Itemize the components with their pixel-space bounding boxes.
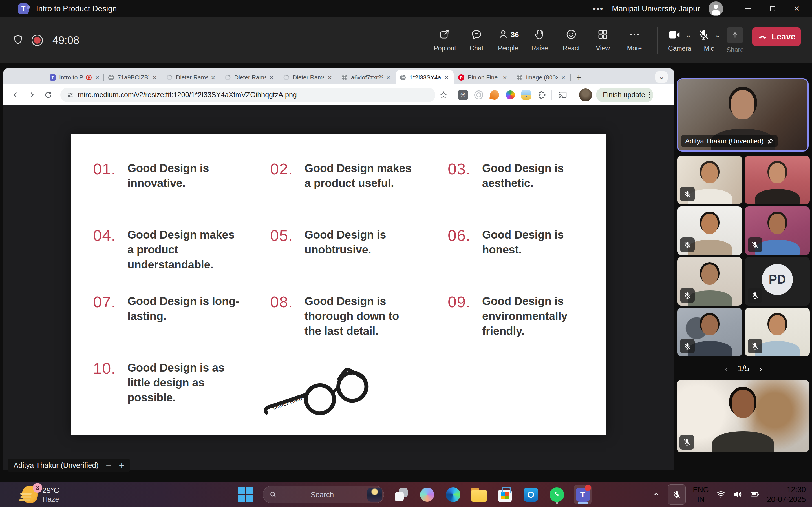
extension-icon[interactable] bbox=[504, 88, 517, 102]
address-bar[interactable]: miro.medium.com/v2/resize:fit:1200/1*2I3… bbox=[60, 88, 435, 102]
participant-tile[interactable] bbox=[745, 308, 810, 356]
chat-button[interactable]: Chat bbox=[461, 22, 492, 58]
volume-icon[interactable] bbox=[733, 490, 743, 500]
taskbar-outlook[interactable]: O bbox=[522, 485, 540, 504]
close-button[interactable]: ✕ bbox=[789, 3, 805, 15]
taskbar-search[interactable]: Search bbox=[263, 486, 384, 503]
pin-icon[interactable] bbox=[767, 138, 774, 145]
new-tab-button[interactable]: + bbox=[573, 72, 585, 83]
restore-button[interactable] bbox=[765, 3, 780, 15]
view-label: View bbox=[596, 45, 610, 52]
tab-close-icon[interactable]: × bbox=[560, 74, 566, 81]
mic-muted-button[interactable] bbox=[697, 28, 710, 42]
participant-tile[interactable] bbox=[745, 207, 810, 255]
extension-icon[interactable]: ✳ bbox=[456, 88, 470, 102]
battery-icon[interactable] bbox=[750, 490, 760, 500]
extension-icon[interactable]: ↓ bbox=[519, 88, 533, 102]
bookmark-star-icon[interactable] bbox=[435, 87, 452, 103]
forward-button[interactable] bbox=[24, 87, 40, 103]
principle-text: Good Design is aesthetic. bbox=[482, 161, 595, 227]
browser-profile-avatar[interactable] bbox=[579, 89, 592, 101]
zoom-in-button[interactable]: + bbox=[119, 460, 124, 470]
browser-tab[interactable]: Dieter Rams × bbox=[162, 70, 220, 84]
taskbar-edge[interactable] bbox=[444, 485, 462, 504]
people-button[interactable]: 36 People bbox=[492, 22, 524, 58]
tab-close-icon[interactable]: × bbox=[386, 74, 391, 81]
taskbar-file-explorer[interactable] bbox=[470, 485, 488, 504]
wifi-icon[interactable] bbox=[716, 490, 726, 500]
tab-close-icon[interactable]: × bbox=[152, 74, 157, 81]
browser-tab[interactable]: P Pin on Fine t × bbox=[454, 70, 512, 84]
weather-widget[interactable]: 3 29°C Haze bbox=[22, 486, 59, 504]
meeting-stage: T Intro to P × 71a9BCIZBX × Dieter Rams … bbox=[0, 63, 812, 482]
camera-options-chevron-icon[interactable]: ⌄ bbox=[686, 31, 692, 40]
clock-widget[interactable]: 12:30 20-07-2025 bbox=[767, 485, 806, 504]
pager-next-icon[interactable]: › bbox=[759, 363, 762, 374]
self-video-tile[interactable] bbox=[677, 380, 809, 452]
participant-tile[interactable] bbox=[677, 156, 742, 204]
extensions-puzzle-icon[interactable] bbox=[535, 88, 549, 102]
taskbar-copilot[interactable] bbox=[418, 485, 436, 504]
raise-button[interactable]: Raise bbox=[524, 22, 555, 58]
principle-item: 01. Good Design is innovative. bbox=[93, 161, 270, 227]
zoom-out-button[interactable]: − bbox=[106, 460, 112, 470]
tray-chevron-icon[interactable] bbox=[652, 490, 660, 499]
taskbar-store[interactable] bbox=[496, 485, 514, 504]
pager-prev-icon[interactable]: ‹ bbox=[725, 363, 728, 374]
leave-button[interactable]: Leave bbox=[752, 27, 801, 46]
finish-update-button[interactable]: Finish update bbox=[596, 88, 653, 102]
titlebar-more-icon[interactable]: ••• bbox=[593, 4, 604, 13]
tab-close-icon[interactable]: × bbox=[269, 74, 274, 81]
browser-tab[interactable]: Dieter Rams × bbox=[279, 70, 337, 84]
search-icon bbox=[269, 491, 277, 499]
tab-list-chevron-icon[interactable]: ⌄ bbox=[655, 71, 668, 82]
participant-silhouette bbox=[745, 156, 810, 204]
participant-tile[interactable] bbox=[677, 257, 742, 305]
extension-icon[interactable] bbox=[488, 88, 501, 102]
tray-mic-muted-icon[interactable] bbox=[668, 485, 686, 505]
cast-icon[interactable] bbox=[555, 87, 571, 103]
taskbar-teams[interactable]: T bbox=[574, 485, 592, 504]
minimize-button[interactable] bbox=[741, 3, 756, 15]
taskbar-whatsapp[interactable] bbox=[548, 485, 566, 504]
reload-button[interactable] bbox=[40, 87, 56, 103]
active-speaker-tile[interactable]: Aditya Thakur (Unverified) bbox=[677, 78, 809, 152]
react-button[interactable]: React bbox=[555, 22, 587, 58]
tab-close-icon[interactable]: × bbox=[327, 74, 333, 81]
taskbar-task-view[interactable] bbox=[393, 485, 410, 504]
leave-label: Leave bbox=[771, 32, 795, 41]
back-button[interactable] bbox=[7, 87, 24, 103]
participant-tile[interactable]: PD bbox=[745, 257, 810, 305]
camera-button[interactable] bbox=[668, 28, 681, 42]
tab-close-icon[interactable]: × bbox=[210, 74, 216, 81]
principle-number: 01. bbox=[93, 161, 122, 227]
tab-close-icon[interactable]: × bbox=[444, 74, 449, 81]
tab-close-icon[interactable]: × bbox=[502, 74, 507, 81]
browser-tab[interactable]: image (800× × bbox=[513, 70, 570, 84]
participant-tile[interactable] bbox=[745, 156, 810, 204]
share-button[interactable] bbox=[727, 27, 743, 43]
browser-tab[interactable]: 1*2I33SY4a × bbox=[396, 70, 454, 84]
mic-label: Mic bbox=[704, 45, 714, 52]
participant-tile[interactable] bbox=[677, 207, 742, 255]
mic-muted-indicator bbox=[680, 288, 695, 303]
site-info-icon[interactable] bbox=[66, 91, 74, 99]
camera-control: ⌄ Camera bbox=[668, 28, 692, 52]
browser-tab[interactable]: 71a9BCIZBX × bbox=[104, 70, 162, 84]
teams-logo-icon: T bbox=[18, 3, 29, 14]
mic-options-chevron-icon[interactable]: ⌄ bbox=[715, 31, 721, 40]
account-avatar[interactable] bbox=[709, 1, 723, 16]
browser-tab[interactable]: Dieter Rams × bbox=[221, 70, 278, 84]
react-icon bbox=[565, 29, 577, 41]
browser-tab[interactable]: T Intro to P × bbox=[46, 70, 103, 84]
browser-menu-kebab-icon[interactable] bbox=[649, 92, 651, 98]
tab-close-icon[interactable]: × bbox=[94, 74, 100, 81]
language-switcher[interactable]: ENG IN bbox=[693, 485, 709, 504]
extension-icon[interactable] bbox=[472, 88, 486, 102]
more-button[interactable]: More bbox=[619, 22, 650, 58]
browser-tab[interactable]: a6viof7zxr29 × bbox=[338, 70, 395, 84]
start-button[interactable] bbox=[237, 485, 254, 504]
popout-button[interactable]: Pop out bbox=[429, 22, 461, 58]
participant-tile[interactable] bbox=[677, 308, 742, 356]
view-button[interactable]: View bbox=[587, 22, 619, 58]
